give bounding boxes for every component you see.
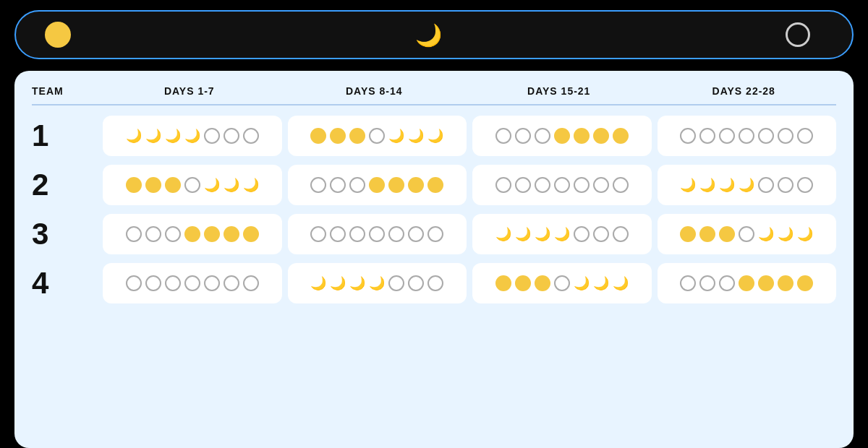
empty-icon: [593, 226, 609, 242]
legend-bar: 🌙: [14, 10, 854, 59]
empty-icon: [369, 226, 385, 242]
sun-icon: [680, 226, 696, 242]
sun-icon: [349, 128, 365, 144]
moon-icon: 🌙: [574, 275, 590, 291]
sun-icon: [165, 177, 181, 193]
sun-icon: [574, 128, 590, 144]
moon-icon: 🌙: [593, 275, 609, 291]
empty-icon: [680, 275, 696, 291]
moon-icon: 🌙: [165, 128, 181, 144]
empty-icon: [408, 226, 424, 242]
empty-icon: [613, 177, 629, 193]
legend-night-shift: 🌙: [415, 22, 454, 48]
empty-icon: [495, 128, 511, 144]
empty-icon: [204, 128, 220, 144]
moon-icon: 🌙: [535, 226, 550, 242]
moon-icon: 🌙: [415, 22, 441, 48]
shift-cell: 🌙🌙🌙: [658, 214, 837, 254]
empty-icon: [515, 128, 531, 144]
empty-icon: [126, 275, 142, 291]
team-number: 2: [32, 170, 97, 200]
shift-cell: 🌙🌙🌙: [472, 263, 652, 303]
ooo-icon: [786, 22, 810, 47]
empty-icon: [535, 128, 550, 144]
shift-cell: 🌙🌙🌙🌙: [288, 263, 467, 303]
empty-icon: [613, 226, 629, 242]
sun-icon: [369, 177, 385, 193]
empty-icon: [797, 177, 813, 193]
moon-icon: 🌙: [184, 128, 200, 144]
sun-icon: [535, 275, 550, 291]
shift-cell: [658, 116, 837, 156]
shift-cell: 🌙🌙🌙🌙: [658, 165, 837, 205]
sun-icon: [45, 22, 71, 48]
empty-icon: [184, 275, 200, 291]
empty-icon: [719, 275, 735, 291]
moon-icon: 🌙: [349, 275, 365, 291]
empty-icon: [224, 128, 239, 144]
empty-icon: [427, 275, 443, 291]
empty-icon: [535, 177, 550, 193]
empty-icon: [310, 177, 326, 193]
sun-icon: [427, 177, 443, 193]
moon-icon: 🌙: [408, 128, 424, 144]
table-row: 3🌙🌙🌙🌙🌙🌙🌙: [32, 214, 836, 254]
empty-icon: [184, 177, 200, 193]
team-number: 1: [32, 121, 97, 151]
moon-icon: 🌙: [330, 275, 346, 291]
moon-icon: 🌙: [554, 226, 570, 242]
empty-icon: [574, 177, 590, 193]
shift-cell: 🌙🌙🌙🌙: [472, 214, 652, 254]
moon-icon: 🌙: [613, 275, 629, 291]
moon-icon: 🌙: [719, 177, 735, 193]
sun-icon: [224, 226, 239, 242]
empty-icon: [778, 177, 793, 193]
moon-icon: 🌙: [388, 128, 404, 144]
moon-icon: 🌙: [224, 177, 239, 193]
empty-icon: [515, 177, 531, 193]
shift-cell: [103, 263, 282, 303]
empty-icon: [680, 128, 696, 144]
sun-icon: [778, 275, 793, 291]
moon-icon: 🌙: [515, 226, 531, 242]
sun-icon: [330, 128, 346, 144]
sun-icon: [204, 226, 220, 242]
empty-icon: [427, 226, 443, 242]
empty-icon: [388, 226, 404, 242]
col-days8-14: DAYS 8-14: [282, 85, 467, 97]
shift-cell: [472, 165, 652, 205]
moon-icon: 🌙: [369, 275, 385, 291]
empty-icon: [165, 275, 181, 291]
col-days22-28: DAYS 22-28: [652, 85, 837, 97]
table-body: 1🌙🌙🌙🌙🌙🌙🌙2🌙🌙🌙🌙🌙🌙🌙3🌙🌙🌙🌙🌙🌙🌙4🌙🌙🌙🌙🌙🌙🌙: [32, 116, 836, 303]
sun-icon: [408, 177, 424, 193]
empty-icon: [330, 177, 346, 193]
shift-cell: [472, 116, 652, 156]
empty-icon: [330, 226, 346, 242]
col-team: TEAM: [32, 85, 97, 97]
empty-icon: [758, 128, 774, 144]
empty-icon: [165, 226, 181, 242]
moon-icon: 🌙: [243, 177, 259, 193]
empty-icon: [719, 128, 735, 144]
empty-icon: [699, 275, 715, 291]
empty-icon: [408, 275, 424, 291]
sun-icon: [495, 275, 511, 291]
col-days15-21: DAYS 15-21: [467, 85, 652, 97]
empty-icon: [145, 275, 161, 291]
moon-icon: 🌙: [495, 226, 511, 242]
moon-icon: 🌙: [145, 128, 161, 144]
sun-icon: [593, 128, 609, 144]
moon-icon: 🌙: [427, 128, 443, 144]
empty-icon: [126, 226, 142, 242]
sun-icon: [243, 226, 259, 242]
shift-cell: [288, 214, 467, 254]
moon-icon: 🌙: [680, 177, 696, 193]
sun-icon: [310, 128, 326, 144]
moon-icon: 🌙: [758, 226, 774, 242]
table-row: 1🌙🌙🌙🌙🌙🌙🌙: [32, 116, 836, 156]
col-days1-7: DAYS 1-7: [97, 85, 282, 97]
moon-icon: 🌙: [126, 128, 142, 144]
sun-icon: [613, 128, 629, 144]
empty-icon: [224, 275, 239, 291]
